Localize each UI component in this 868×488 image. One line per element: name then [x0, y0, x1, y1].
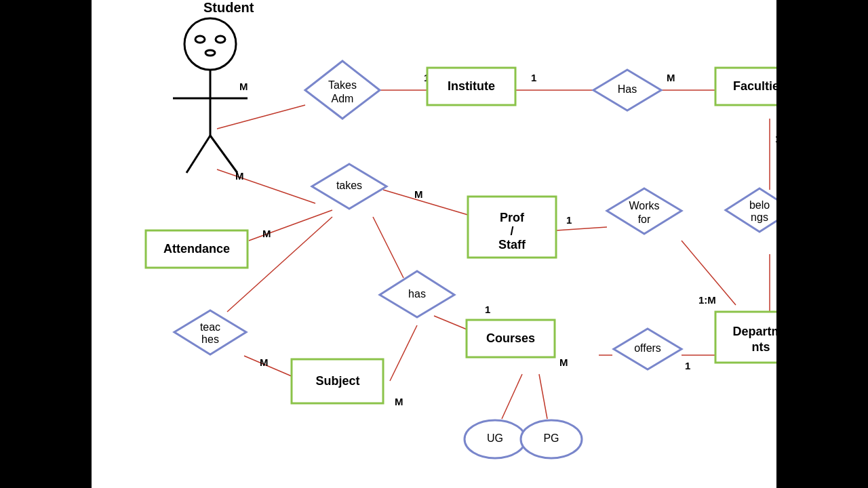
mult-m-has-faculties: M [667, 72, 675, 83]
departments-entity: Departme nts [715, 312, 776, 363]
student-label: Student [203, 0, 254, 15]
svg-text:Courses: Courses [486, 331, 535, 345]
teaches-relation: teac hes [174, 310, 246, 354]
svg-text:Takes: Takes [328, 79, 357, 91]
svg-text:has: has [408, 288, 426, 300]
svg-text:/: / [510, 224, 513, 238]
svg-text:Departme: Departme [732, 325, 776, 338]
svg-text:hes: hes [201, 333, 219, 345]
svg-text:Institute: Institute [448, 79, 495, 93]
has-lower-relation: has [380, 271, 454, 317]
svg-line-0 [217, 105, 305, 129]
mult-m-student-takes: M [235, 170, 244, 182]
mult-1m-worksfor-depts: 1:M [698, 294, 716, 306]
svg-text:Works: Works [629, 200, 659, 211]
svg-text:takes: takes [336, 180, 362, 191]
svg-line-6 [383, 190, 468, 215]
belongs-relation: belo ngs [726, 188, 776, 232]
takesadm-relation: Takes Adm [305, 61, 380, 119]
pg-entity: PG [521, 420, 582, 458]
mult-m-teaches-subject: M [260, 357, 269, 368]
svg-line-1 [217, 169, 315, 203]
offers-relation: offers [614, 329, 682, 369]
svg-line-26 [186, 136, 210, 173]
profstaff-entity: Prof / Staff [468, 197, 556, 258]
svg-text:Staff: Staff [498, 238, 526, 251]
mult-m-courses-offers: M [559, 357, 568, 368]
svg-text:for: for [638, 214, 651, 225]
svg-line-7 [249, 210, 332, 241]
svg-text:Prof: Prof [500, 211, 525, 224]
mult-1-offers-depts: 1 [685, 360, 690, 371]
svg-text:nts: nts [752, 340, 770, 354]
mult-1-profstaff-worksfor: 1 [566, 214, 572, 226]
svg-text:Has: Has [618, 83, 637, 95]
svg-text:UG: UG [487, 432, 503, 444]
mult-1-faculties-belongs: 1 [775, 133, 776, 144]
svg-text:PG: PG [543, 432, 559, 444]
svg-text:offers: offers [634, 342, 661, 354]
svg-line-8 [373, 217, 403, 278]
svg-text:Faculties: Faculties [733, 79, 776, 93]
subject-entity: Subject [292, 359, 383, 403]
svg-text:teac: teac [200, 321, 220, 333]
svg-text:Adm: Adm [332, 93, 354, 104]
has-relation: Has [593, 70, 661, 110]
student-figure [173, 18, 248, 173]
svg-line-17 [390, 325, 417, 381]
mult-m-takes-attendance: M [262, 228, 271, 239]
svg-point-21 [195, 36, 205, 43]
mult-1-institute-has: 1 [531, 72, 536, 83]
mult-m-student-takesadm: M [239, 81, 248, 92]
faculties-entity: Faculties [715, 68, 776, 105]
mult-m-subject-has: M [395, 396, 403, 407]
svg-line-18 [502, 374, 522, 419]
svg-point-20 [184, 18, 236, 70]
svg-text:ngs: ngs [751, 211, 768, 223]
svg-text:belo: belo [749, 199, 770, 211]
svg-line-10 [556, 227, 607, 230]
ug-entity: UG [465, 420, 526, 458]
courses-entity: Courses [467, 320, 555, 357]
mult-1-has-courses: 1 [485, 304, 490, 315]
mult-m-takes-profstaff: M [414, 188, 423, 200]
attendance-entity: Attendance [146, 230, 248, 268]
svg-text:Attendance: Attendance [163, 242, 230, 256]
diagram-canvas: Student M M Takes Adm [92, 0, 776, 488]
worksfor-relation: Works for [607, 188, 682, 234]
svg-point-23 [205, 50, 215, 56]
svg-line-19 [539, 374, 547, 419]
takes-relation: takes [312, 164, 387, 209]
svg-line-27 [210, 136, 237, 173]
svg-text:Subject: Subject [315, 374, 359, 388]
institute-entity: Institute [427, 68, 515, 105]
svg-point-22 [216, 36, 225, 43]
